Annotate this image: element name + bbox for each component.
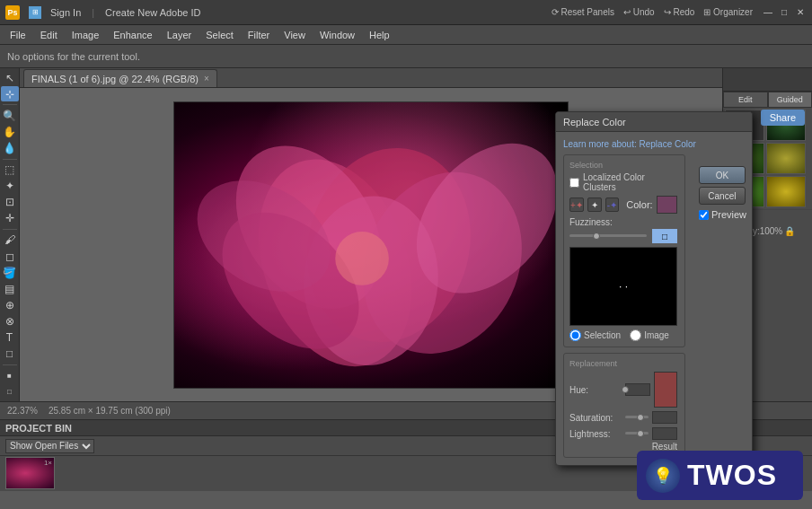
preview-label: Preview [711, 209, 746, 220]
eyedropper-add-btn[interactable]: +✦ [569, 197, 584, 212]
tool-background[interactable]: □ [1, 384, 19, 399]
fuzziness-slider-wrap [569, 233, 647, 240]
fuzziness-input[interactable] [652, 229, 677, 243]
replacement-title: Replacement [569, 359, 677, 368]
tool-move[interactable]: ✛ [1, 211, 19, 226]
maximize-btn[interactable]: □ [778, 6, 790, 19]
tool-gradient[interactable]: ▤ [1, 281, 19, 296]
localized-checkbox[interactable] [569, 178, 579, 188]
fuzziness-track [569, 234, 647, 237]
menu-file[interactable]: File [4, 28, 32, 42]
tool-text[interactable]: T [1, 330, 19, 346]
toolbar-divider-2 [3, 159, 17, 160]
reset-panels-btn[interactable]: ⟳ Reset Panels [552, 7, 614, 17]
tool-eraser[interactable]: ◻ [1, 249, 19, 264]
windows-icon: ⊞ [29, 6, 41, 19]
tool-foreground[interactable]: ■ [1, 368, 19, 383]
ok-button[interactable]: OK [699, 166, 746, 184]
lightness-thumb[interactable] [637, 430, 644, 437]
share-button[interactable]: Share [761, 110, 805, 126]
sign-in-link[interactable]: Sign In [50, 7, 81, 18]
replace-color-link[interactable]: Replace Color [640, 139, 696, 149]
tab-edit[interactable]: Edit [723, 92, 768, 108]
lightness-input[interactable]: 0 [652, 427, 677, 440]
twos-logo: 💡 [646, 459, 680, 493]
tool-zoom[interactable]: 🔍 [1, 108, 19, 123]
undo-btn[interactable]: ↩ Undo [623, 7, 655, 17]
radio-image-label[interactable]: Image [630, 329, 669, 341]
saturation-thumb[interactable] [637, 414, 644, 421]
saturation-label: Saturation: [569, 413, 622, 423]
tool-lasso[interactable]: ⊹ [1, 86, 19, 101]
minimize-btn[interactable]: — [762, 6, 774, 19]
eyedropper-remove-btn[interactable]: -✦ [605, 197, 620, 212]
preview-checkbox[interactable] [699, 210, 709, 220]
twos-badge: 💡 TWOS [637, 451, 803, 500]
cancel-button[interactable]: Cancel [699, 187, 746, 205]
tool-hand[interactable]: ✋ [1, 124, 19, 139]
dialog-help-link-row: Learn more about: Replace Color [563, 139, 745, 149]
menu-image[interactable]: Image [66, 28, 106, 42]
menu-select[interactable]: Select [199, 28, 240, 42]
tool-eyedropper[interactable]: 💧 [1, 140, 19, 155]
menu-window[interactable]: Window [313, 28, 361, 42]
radio-image[interactable] [630, 329, 641, 341]
tool-crop[interactable]: ⊡ [1, 195, 19, 210]
color-label: Color: [626, 199, 652, 210]
selection-title: Selection [569, 161, 677, 170]
menu-layer[interactable]: Layer [161, 28, 199, 42]
tool-shape[interactable]: □ [1, 347, 19, 362]
tool-marquee[interactable]: ⬚ [1, 162, 19, 177]
tool-clone[interactable]: ⊕ [1, 297, 19, 312]
radio-selection[interactable] [569, 329, 581, 341]
fuzziness-thumb[interactable] [593, 233, 600, 240]
preview-row: Preview [699, 209, 746, 220]
close-btn[interactable]: ✕ [794, 6, 807, 19]
thumb-badge: 1× [44, 459, 52, 467]
eyedropper-main-btn[interactable]: ✦ [587, 197, 602, 212]
flower-background [174, 102, 568, 388]
hue-thumb[interactable] [622, 386, 629, 393]
canvas-image [173, 101, 569, 389]
tool-paint-bucket[interactable]: 🪣 [1, 265, 19, 280]
dialog-body: Learn more about: Replace Color OK Cance… [556, 132, 752, 465]
panel-thumb-4[interactable] [766, 143, 806, 174]
redo-btn[interactable]: ↪ Redo [664, 7, 695, 17]
create-id-link[interactable]: Create New Adobe ID [105, 7, 200, 18]
hue-input[interactable]: 0 [625, 383, 650, 396]
menu-edit[interactable]: Edit [34, 28, 64, 42]
bin-thumbnail-1[interactable]: 1× [5, 457, 55, 489]
dialog-title: Replace Color [556, 112, 752, 132]
lightness-slider-wrap [625, 430, 649, 437]
document-tab[interactable]: FINALS (1 of 6).jpg @ 22.4% (RGB/8) × [23, 69, 217, 87]
fuzziness-label-row: Fuzziness: [569, 217, 677, 227]
menu-filter[interactable]: Filter [242, 28, 276, 42]
tool-brush[interactable]: 🖌 [1, 233, 19, 248]
tab-bar: FINALS (1 of 6).jpg @ 22.4% (RGB/8) × [20, 68, 722, 88]
menu-enhance[interactable]: Enhance [107, 28, 158, 42]
replace-color-dialog: Replace Color Learn more about: Replace … [555, 111, 753, 466]
menu-help[interactable]: Help [363, 28, 396, 42]
tab-close-btn[interactable]: × [204, 74, 209, 83]
panel-thumb-6[interactable] [766, 176, 806, 207]
bin-show-select[interactable]: Show Open Files [5, 439, 94, 453]
tool-arrow[interactable]: ↖ [1, 70, 19, 85]
toolbar-divider [3, 104, 17, 105]
lightness-row: Lightness: 0 [569, 427, 677, 440]
color-preview-box[interactable] [657, 196, 677, 214]
tool-magic-wand[interactable]: ✦ [1, 179, 19, 194]
zoom-level: 22.37% [7, 406, 38, 416]
radio-selection-label[interactable]: Selection [569, 329, 621, 341]
saturation-input[interactable]: 0 [652, 411, 677, 424]
menu-view[interactable]: View [278, 28, 312, 42]
top-links: Sign In | Create New Adobe ID [50, 7, 201, 18]
lock-icon: 🔒 [784, 226, 808, 236]
radio-row: Selection Image [569, 329, 677, 341]
result-color-box [654, 372, 677, 408]
tool-healing[interactable]: ⊗ [1, 314, 19, 329]
saturation-slider-wrap [625, 414, 649, 421]
organizer-btn[interactable]: ⊞ Organizer [703, 7, 753, 17]
tab-guided[interactable]: Guided [768, 92, 813, 108]
fuzziness-slider-row [569, 229, 677, 243]
selection-preview: · · [569, 247, 677, 326]
